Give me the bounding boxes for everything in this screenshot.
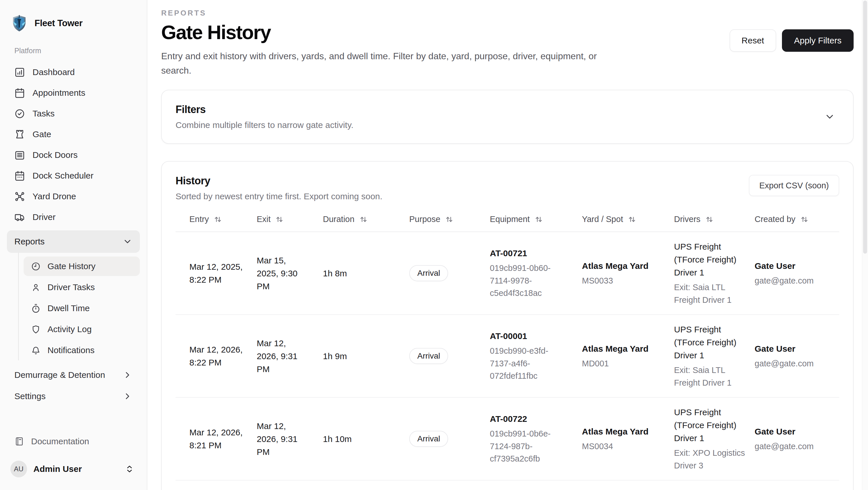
fleet-tower-logo-icon — [11, 14, 28, 32]
shield-icon — [31, 325, 40, 334]
chevron-down-icon[interactable] — [824, 111, 835, 122]
sidebar-item-appointments[interactable]: Appointments — [7, 83, 140, 103]
book-icon — [14, 436, 24, 446]
sidebar-item-documentation[interactable]: Documentation — [7, 432, 140, 450]
column-header-created-by[interactable]: Created by — [754, 215, 839, 224]
sidebar-item-label: Activity Log — [48, 324, 92, 334]
castle-icon — [14, 129, 25, 140]
sort-icon — [214, 215, 222, 224]
column-header-purpose[interactable]: Purpose — [409, 215, 490, 224]
sidebar-item-label: Dashboard — [33, 67, 75, 77]
bell-icon — [31, 346, 40, 355]
sidebar-item-label: Notifications — [48, 346, 94, 355]
sidebar-item-tasks[interactable]: Tasks — [7, 103, 140, 124]
user-menu[interactable]: AU Admin User — [7, 458, 140, 477]
user-name: Admin User — [33, 464, 119, 474]
sort-icon — [534, 215, 543, 224]
history-header-text: History Sorted by newest entry time firs… — [176, 175, 382, 201]
scrollbar-thumb[interactable] — [863, 1, 867, 254]
truck-icon — [14, 212, 25, 223]
sidebar-item-gate-history[interactable]: Gate History — [24, 257, 140, 276]
exit-time: Mar 12, 2026, 9:31 PM — [257, 420, 305, 458]
column-header-drivers[interactable]: Drivers — [674, 215, 754, 224]
equipment-code: AT-00721 — [490, 247, 582, 260]
yard-name: Atlas Mega Yard — [582, 425, 674, 438]
drone-icon — [14, 191, 25, 202]
sort-icon — [800, 215, 809, 224]
chevron-right-icon — [123, 370, 132, 380]
page-scrollbar[interactable] — [862, 0, 868, 490]
equipment-id: 019cb991-0b60-7114-9978-c5ed4f3c18ac — [490, 262, 562, 300]
driver-name: UPS Freight (TForce Freight) Driver 1 — [674, 240, 745, 279]
column-header-duration[interactable]: Duration — [323, 215, 409, 224]
sidebar-group-demurrage-detention[interactable]: Demurrage & Detention — [7, 364, 140, 386]
created-by-email: gate@gate.com — [754, 357, 839, 370]
sidebar-group-settings[interactable]: Settings — [7, 386, 140, 407]
brand[interactable]: Fleet Tower — [7, 11, 140, 42]
sidebar-item-driver[interactable]: Driver — [7, 207, 140, 227]
garage-door-icon — [14, 150, 25, 160]
column-header-exit[interactable]: Exit — [257, 215, 323, 224]
sort-icon — [445, 215, 454, 224]
sidebar-item-notifications[interactable]: Notifications — [24, 340, 140, 360]
yard-name: Atlas Mega Yard — [582, 342, 674, 355]
sidebar-item-label: Dock Doors — [33, 150, 78, 160]
sidebar-item-dashboard[interactable]: Dashboard — [7, 62, 140, 83]
purpose-badge: Arrival — [409, 265, 448, 281]
driver-name: UPS Freight (TForce Freight) Driver 1 — [674, 323, 745, 362]
reset-button[interactable]: Reset — [730, 29, 776, 52]
sidebar-item-dock-scheduler[interactable]: Dock Scheduler — [7, 165, 140, 186]
filters-panel-text: Filters Combine multiple filters to narr… — [176, 103, 353, 130]
sidebar-footer: Documentation AU Admin User — [7, 432, 140, 477]
history-title: History — [176, 175, 382, 187]
export-csv-button[interactable]: Export CSV (soon) — [749, 175, 839, 196]
filters-subtitle: Combine multiple filters to narrow gate … — [176, 120, 353, 130]
circle-check-icon — [14, 108, 25, 119]
table-row: Mar 12, 2026, 8:22 PM Mar 12, 2026, 9:31… — [176, 315, 839, 398]
created-by-email: gate@gate.com — [754, 274, 839, 287]
column-header-entry[interactable]: Entry — [176, 215, 257, 224]
sidebar-item-driver-tasks[interactable]: Driver Tasks — [24, 277, 140, 297]
sort-icon — [359, 215, 368, 224]
equipment-id: 019cb990-e3fd-7137-a4f6-072fdef11fbc — [490, 345, 562, 383]
column-label: Purpose — [409, 215, 440, 224]
sidebar-group-reports[interactable]: Reports — [7, 230, 140, 253]
column-header-yard-spot[interactable]: Yard / Spot — [582, 215, 674, 224]
column-label: Exit — [257, 215, 271, 224]
exit-time: Mar 15, 2025, 9:30 PM — [257, 254, 305, 293]
page-subtitle: Entry and exit history with drivers, yar… — [161, 49, 601, 78]
sidebar-nav: Dashboard Appointments Tasks Gate Dock D… — [7, 62, 140, 407]
history-header: History Sorted by newest entry time firs… — [176, 175, 839, 201]
sidebar-item-activity-log[interactable]: Activity Log — [24, 320, 140, 339]
history-panel: History Sorted by newest entry time firs… — [161, 161, 854, 490]
sidebar-group-label: Demurrage & Detention — [14, 370, 105, 380]
sort-icon — [628, 215, 636, 224]
apply-filters-button[interactable]: Apply Filters — [782, 29, 854, 52]
column-label: Yard / Spot — [582, 215, 623, 224]
created-by-name: Gate User — [754, 342, 839, 355]
history-table: Entry Exit Duration Purpose Equipment — [176, 215, 839, 490]
sidebar-item-dwell-time[interactable]: Dwell Time — [24, 298, 140, 318]
entry-time: Mar 12, 2026, 8:21 PM — [189, 426, 248, 452]
sidebar-item-label: Driver — [33, 212, 56, 222]
clock-icon — [31, 262, 40, 271]
sidebar-item-gate[interactable]: Gate — [7, 124, 140, 144]
equipment-id: 019cb991-0b6e-7124-987b-cf7395a2c6fb — [490, 428, 562, 465]
filters-panel[interactable]: Filters Combine multiple filters to narr… — [161, 90, 854, 144]
sort-icon — [705, 215, 714, 224]
table-row: Mar 12, 2026, 8:21 PM Mar 12, 2026, 9:31… — [176, 398, 839, 481]
duration: 1h 9m — [323, 350, 409, 363]
created-by-name: Gate User — [754, 259, 839, 272]
sidebar-item-dock-doors[interactable]: Dock Doors — [7, 144, 140, 165]
sidebar-item-label: Driver Tasks — [48, 283, 95, 292]
page-header-text: REPORTS Gate History Entry and exit hist… — [161, 9, 601, 78]
sidebar-item-label: Tasks — [33, 109, 55, 119]
sidebar-item-yard-drone[interactable]: Yard Drone — [7, 186, 140, 207]
column-header-equipment[interactable]: Equipment — [490, 215, 582, 224]
chevron-right-icon — [123, 391, 132, 401]
main-content: REPORTS Gate History Entry and exit hist… — [147, 0, 868, 490]
purpose-badge: Arrival — [409, 348, 448, 364]
column-label: Entry — [189, 215, 209, 224]
page-title: Gate History — [161, 21, 601, 43]
header-actions: Reset Apply Filters — [730, 29, 854, 52]
